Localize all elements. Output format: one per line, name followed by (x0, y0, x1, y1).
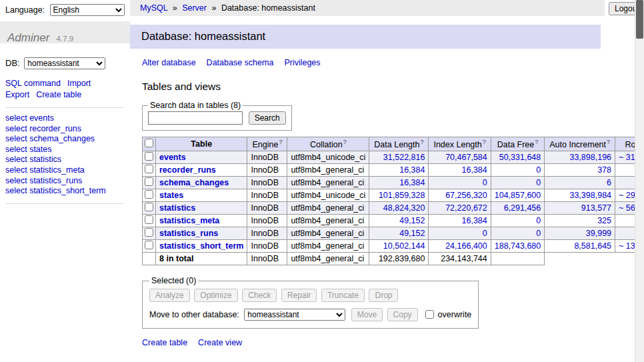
bulk-action-button[interactable]: Check (242, 289, 277, 302)
create-view-link[interactable]: Create view (198, 338, 242, 347)
help-icon[interactable]: ? (483, 139, 486, 145)
sidebar-table-link[interactable]: schema_changes (29, 134, 95, 143)
sidebar-table-link[interactable]: statistics_short_term (29, 186, 106, 195)
sql-command-link[interactable]: SQL command (5, 79, 61, 88)
select-link[interactable]: select (5, 145, 27, 154)
search-button[interactable]: Search (249, 111, 286, 125)
breadcrumb-mysql-link[interactable]: MySQL (140, 3, 167, 13)
scrollbar-thumb[interactable] (636, 0, 643, 39)
create-table-sidebar-link[interactable]: Create table (36, 90, 81, 99)
select-link[interactable]: select (5, 176, 27, 185)
sidebar-table-link[interactable]: events (29, 113, 54, 123)
row-checkbox[interactable] (145, 228, 153, 237)
collation-cell: utf8mb4_unicode_ci (287, 189, 369, 202)
bulk-action-button[interactable]: Optimize (194, 289, 237, 302)
sidebar-table-link[interactable]: recorder_runs (29, 124, 81, 133)
sidebar-table-link[interactable]: statistics_meta (29, 165, 85, 175)
data-length-value[interactable]: 48,824,320 (369, 202, 429, 215)
bulk-action-button[interactable]: Repair (281, 289, 317, 302)
overwrite-option[interactable]: overwrite (425, 310, 471, 319)
data-free-value: 6,291,456 (491, 202, 545, 215)
database-schema-link[interactable]: Database schema (207, 58, 274, 67)
import-link[interactable]: Import (67, 79, 91, 88)
page: Language: English Adminer 4.7.9 DB: home… (0, 0, 644, 362)
help-icon[interactable]: ? (279, 139, 282, 145)
help-icon[interactable]: ? (607, 139, 610, 145)
index-length-value[interactable]: 67,256,320 (429, 189, 491, 202)
sidebar-table-link[interactable]: statistics (29, 155, 61, 164)
row-checkbox[interactable] (145, 215, 153, 224)
copy-button[interactable]: Copy (387, 308, 418, 321)
help-icon[interactable]: ? (343, 139, 347, 145)
select-link[interactable]: select (5, 124, 27, 133)
index-length-value[interactable]: 72,220,672 (429, 202, 491, 215)
totals-label: 8 in total (156, 253, 247, 265)
privileges-link[interactable]: Privileges (284, 58, 320, 67)
totals-index-length: 234,143,744 (429, 253, 491, 265)
auto-increment-value: 913,577 (545, 202, 615, 215)
sidebar-table-item: select events (5, 113, 123, 124)
select-link[interactable]: select (5, 165, 27, 175)
table-name-link[interactable]: schema_changes (159, 178, 229, 187)
bulk-action-button[interactable]: Truncate (321, 289, 365, 302)
bulk-action-button[interactable]: Drop (369, 289, 398, 302)
data-length-value[interactable]: 31,522,816 (369, 151, 429, 164)
data-length-value[interactable]: 101,859,328 (369, 189, 429, 202)
overwrite-checkbox[interactable] (425, 310, 434, 319)
sidebar-table-link[interactable]: statistics_runs (29, 176, 82, 185)
engine-cell: InnoDB (247, 151, 287, 164)
index-length-value[interactable]: 0 (429, 177, 491, 189)
sidebar-table-link[interactable]: states (29, 145, 51, 154)
breadcrumb-separator: » (211, 3, 216, 13)
table-name-link[interactable]: statistics_meta (159, 216, 219, 225)
index-length-value[interactable]: 0 (429, 227, 491, 240)
table-name-link[interactable]: statistics_runs (159, 229, 218, 238)
bulk-action-button[interactable]: Analyze (149, 289, 190, 302)
create-table-link[interactable]: Create table (142, 338, 187, 347)
row-checkbox[interactable] (145, 177, 153, 186)
select-link[interactable]: select (5, 186, 27, 195)
select-link[interactable]: select (5, 155, 27, 164)
search-input[interactable] (148, 111, 243, 125)
language-select[interactable]: English (50, 4, 125, 16)
select-all-header-cell (143, 137, 156, 151)
row-checkbox[interactable] (145, 203, 153, 211)
row-checkbox[interactable] (145, 165, 153, 173)
data-length-value[interactable]: 10,502,144 (369, 240, 429, 253)
engine-cell: InnoDB (247, 215, 287, 227)
search-fieldset: Search data in tables (8) Search (142, 101, 292, 131)
table-name-link[interactable]: statistics (159, 203, 195, 213)
index-length-value[interactable]: 24,166,400 (429, 240, 491, 253)
data-length-value[interactable]: 16,384 (369, 164, 429, 177)
data-length-value[interactable]: 49,152 (369, 227, 429, 240)
index-length-value[interactable]: 16,384 (429, 215, 491, 227)
index-length-value[interactable]: 16,384 (429, 164, 491, 177)
select-all-checkbox[interactable] (145, 139, 153, 147)
db-select[interactable]: homeassistant (24, 57, 105, 69)
row-checkbox[interactable] (145, 241, 153, 249)
move-database-select[interactable]: homeassistant (244, 309, 345, 321)
table-name-cell: statistics_short_term (156, 240, 247, 253)
select-link[interactable]: select (5, 134, 27, 143)
vertical-scrollbar[interactable] (635, 0, 644, 362)
table-name-link[interactable]: recorder_runs (159, 165, 216, 175)
totals-data-length: 192,839,680 (369, 253, 429, 265)
totals-empty-cell (143, 253, 156, 265)
table-name-link[interactable]: events (159, 153, 186, 162)
row-checkbox[interactable] (145, 190, 153, 199)
move-button[interactable]: Move (351, 308, 383, 321)
data-free-value: 188,743,680 (491, 240, 545, 253)
alter-database-link[interactable]: Alter database (142, 58, 196, 67)
help-icon[interactable]: ? (535, 139, 538, 145)
row-checkbox[interactable] (145, 152, 153, 161)
collation-cell: utf8mb4_general_ci (287, 177, 369, 189)
help-icon[interactable]: ? (420, 139, 423, 145)
export-link[interactable]: Export (5, 90, 29, 99)
select-link[interactable]: select (5, 113, 27, 123)
table-name-link[interactable]: statistics_short_term (159, 241, 243, 251)
table-name-link[interactable]: states (159, 191, 183, 200)
data-length-value[interactable]: 49,152 (369, 215, 429, 227)
index-length-value[interactable]: 70,467,584 (429, 151, 491, 164)
breadcrumb-server-link[interactable]: Server (182, 3, 207, 13)
data-length-value[interactable]: 16,384 (369, 177, 429, 189)
